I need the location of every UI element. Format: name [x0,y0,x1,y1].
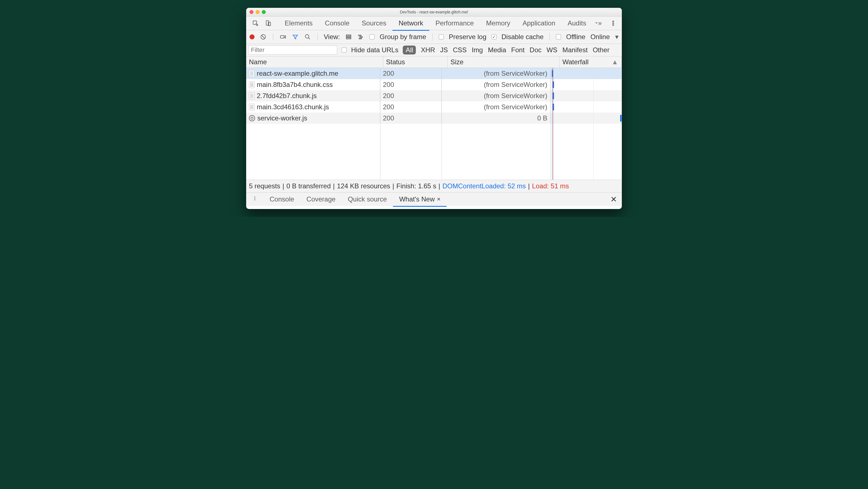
tab-sources[interactable]: Sources [355,17,393,30]
filter-type-media[interactable]: Media [488,46,506,54]
request-size: (from ServiceWorker) [441,68,550,79]
table-row[interactable]: service-worker.js2000 B [246,113,622,124]
clear-icon[interactable] [259,33,267,40]
tab-network[interactable]: Network [393,17,429,31]
tab-application[interactable]: Application [516,17,561,30]
filter-type-ws[interactable]: WS [547,46,557,54]
zoom-window-icon[interactable] [262,10,266,14]
devtools-window: DevTools - react-sw-example.glitch.me/ E… [246,8,622,209]
sort-asc-icon: ▲ [612,58,618,66]
status-transferred: 0 B transferred [286,182,331,190]
online-label[interactable]: Online [590,33,610,41]
filter-type-other[interactable]: Other [593,46,610,54]
traffic-lights [249,10,266,14]
svg-point-4 [613,23,614,24]
waterfall-bar [553,81,554,88]
filter-type-img[interactable]: Img [472,46,483,54]
svg-rect-10 [346,36,351,37]
request-name: react-sw-example.glitch.me [257,69,338,78]
preserve-log-checkbox[interactable] [439,34,444,39]
tab-elements[interactable]: Elements [279,17,319,30]
tab-performance[interactable]: Performance [429,17,480,30]
more-tabs-icon[interactable]: » [594,20,602,27]
request-name: 2.7fdd42b7.chunk.js [257,92,317,100]
network-toolbar: View: Group by frame Preserve log Disabl… [246,30,622,44]
preserve-log-label: Preserve log [449,33,487,41]
view-label: View: [324,33,340,41]
request-waterfall [550,79,622,90]
tab-console[interactable]: Console [319,17,355,30]
close-drawer-icon[interactable]: ✕ [610,195,622,204]
drawer-tab-bar: ConsoleCoverageQuick sourceWhat's New× ✕ [246,192,622,206]
titlebar: DevTools - react-sw-example.glitch.me/ [246,8,622,17]
tab-audits[interactable]: Audits [562,17,592,30]
filter-type-js[interactable]: JS [440,46,448,54]
table-row[interactable]: 2.7fdd42b7.chunk.js200(from ServiceWorke… [246,90,622,102]
waterfall-bar [553,92,554,99]
filter-type-doc[interactable]: Doc [530,46,542,54]
column-waterfall[interactable]: Waterfall ▲ [560,56,622,68]
waterfall-view-icon[interactable] [357,33,365,40]
filter-type-xhr[interactable]: XHR [421,46,435,54]
status-requests: 5 requests [249,182,280,190]
minimize-window-icon[interactable] [256,10,259,14]
drawer-tab-quick-source[interactable]: Quick source [342,193,393,206]
group-by-frame-label: Group by frame [379,33,426,41]
drawer-tab-label: Console [270,195,294,203]
group-by-frame-checkbox[interactable] [370,34,375,39]
record-icon[interactable] [249,34,254,39]
throttling-dropdown-icon[interactable]: ▾ [615,33,619,41]
svg-rect-7 [280,35,284,38]
drawer-tab-console[interactable]: Console [264,193,300,206]
column-status[interactable]: Status [383,56,448,68]
document-icon [249,70,254,77]
filter-input[interactable] [248,46,337,55]
drawer-tab-what-s-new[interactable]: What's New× [393,193,446,207]
drawer-menu-icon[interactable] [246,195,264,203]
drawer-tab-coverage[interactable]: Coverage [300,193,342,206]
request-status: 200 [380,68,441,79]
request-size: (from ServiceWorker) [441,79,550,90]
close-tab-icon[interactable]: × [437,196,440,203]
svg-rect-9 [346,35,351,36]
status-dcl: DOMContentLoaded: 52 ms [442,182,526,190]
offline-checkbox[interactable] [556,34,561,39]
filter-type-manifest[interactable]: Manifest [562,46,588,54]
filter-type-css[interactable]: CSS [453,46,467,54]
search-icon[interactable] [304,33,311,40]
svg-point-3 [613,21,614,22]
large-rows-icon[interactable] [345,33,352,40]
status-load: Load: 51 ms [532,182,569,190]
tab-memory[interactable]: Memory [480,17,517,30]
kebab-menu-icon[interactable] [610,20,617,27]
filter-icon[interactable] [292,33,299,40]
column-size[interactable]: Size [448,56,560,68]
svg-rect-11 [346,38,351,39]
table-row[interactable]: react-sw-example.glitch.me200(from Servi… [246,68,622,79]
hide-data-urls-checkbox[interactable] [342,48,347,53]
status-finish: Finish: 1.65 s [396,182,436,190]
document-icon [249,104,254,110]
request-size: (from ServiceWorker) [441,90,550,102]
device-toggle-icon[interactable] [265,20,272,27]
svg-rect-14 [359,38,362,39]
inspect-element-icon[interactable] [252,20,259,27]
table-header: Name Status Size Waterfall ▲ [246,56,622,68]
table-row[interactable]: main.3cd46163.chunk.js200(from ServiceWo… [246,102,622,113]
close-window-icon[interactable] [249,10,253,14]
column-waterfall-label: Waterfall [562,58,589,66]
filter-type-font[interactable]: Font [511,46,525,54]
request-waterfall [550,90,622,102]
disable-cache-checkbox[interactable] [492,34,497,39]
request-table: react-sw-example.glitch.me200(from Servi… [246,68,622,180]
filter-bar: Hide data URLs AllXHRJSCSSImgMediaFontDo… [246,44,622,56]
svg-rect-12 [359,35,361,36]
camera-icon[interactable] [279,33,287,40]
column-name[interactable]: Name [246,56,383,68]
request-name: main.3cd46163.chunk.js [257,103,329,111]
table-row[interactable]: main.8fb3a7b4.chunk.css200(from ServiceW… [246,79,622,90]
request-name: service-worker.js [257,114,307,122]
waterfall-bar [552,70,553,77]
status-resources: 124 KB resources [337,182,390,190]
filter-type-all[interactable]: All [403,46,416,55]
